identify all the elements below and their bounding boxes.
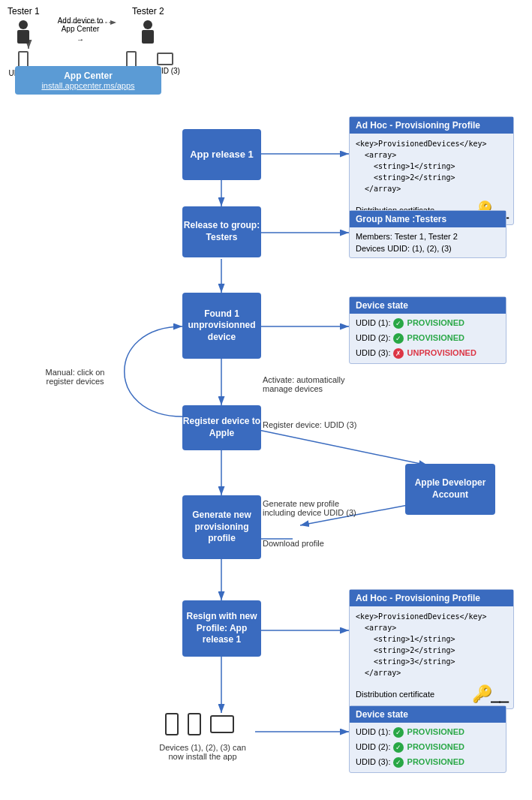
- generate-profile-label: Generate new profile including device UD…: [263, 499, 368, 517]
- pp2-header: Ad Hoc - Provisioning Profile: [350, 590, 513, 606]
- check-icon-4: ✓: [393, 742, 404, 753]
- ds2-body: UDID (1): ✓ PROVISIONED UDID (2): ✓ PROV…: [350, 723, 506, 772]
- device-state-1-panel: Device state UDID (1): ✓ PROVISIONED UDI…: [349, 296, 506, 364]
- pp1-code: <key>ProvisionedDevices</key> <array> <s…: [356, 138, 507, 194]
- app-center-url[interactable]: install.appcenter.ms/apps: [23, 81, 154, 90]
- person1-icon: [14, 20, 32, 48]
- check-icon-2: ✓: [393, 333, 404, 344]
- svg-rect-21: [142, 30, 154, 44]
- group-members: Members: Tester 1, Tester 2: [356, 232, 500, 241]
- bottom-phone2: [188, 713, 201, 735]
- activate-auto-label: Activate: automatically manage devices: [263, 375, 345, 393]
- download-profile-label: Download profile: [263, 539, 324, 548]
- ds2-udid3-row: UDID (3): ✓ PROVISIONED: [356, 757, 500, 768]
- app-center-button[interactable]: App Center install.appcenter.ms/apps: [15, 66, 161, 95]
- x-icon-1: ✗: [393, 348, 404, 359]
- pp2-body: <key>ProvisionedDevices</key> <array> <s…: [350, 606, 513, 708]
- resign-with-box: Resign with new Profile: App release 1: [182, 600, 261, 657]
- ds1-udid1-row: UDID (1): ✓ PROVISIONED: [356, 318, 500, 329]
- group-devices: Devices UDID: (1), (2), (3): [356, 244, 500, 253]
- provisioning-profile-1-panel: Ad Hoc - Provisioning Profile <key>Provi…: [349, 116, 514, 225]
- generate-profile-box: Generate new provisioning profile: [182, 495, 261, 559]
- ds2-udid1-row: UDID (1): ✓ PROVISIONED: [356, 727, 500, 738]
- key-icon-2: 🔑⎯⎯: [472, 684, 507, 704]
- apple-account-box: Apple Developer Account: [405, 464, 495, 515]
- person2-icon: [139, 20, 157, 48]
- group-body: Members: Tester 1, Tester 2 Devices UDID…: [350, 227, 506, 257]
- register-udid3-label: Register device: UDID (3): [263, 420, 356, 429]
- check-icon-3: ✓: [393, 727, 404, 738]
- device-state-2-panel: Device state UDID (1): ✓ PROVISIONED UDI…: [349, 705, 506, 773]
- ds2-header: Device state: [350, 706, 506, 723]
- tester1-label: Tester 1: [8, 6, 40, 17]
- release-to-group-box: Release to group: Testers: [182, 206, 261, 257]
- svg-rect-19: [17, 30, 29, 44]
- ds1-body: UDID (1): ✓ PROVISIONED UDID (2): ✓ PROV…: [350, 314, 506, 363]
- ds1-udid2-row: UDID (2): ✓ PROVISIONED: [356, 333, 500, 344]
- device-tablet2: [157, 53, 173, 65]
- check-icon-5: ✓: [393, 757, 404, 768]
- svg-point-18: [19, 20, 28, 29]
- group-panel: Group Name :Testers Members: Tester 1, T…: [349, 210, 506, 258]
- add-device-label: Add device to App Center →: [54, 17, 107, 44]
- ds1-udid3-row: UDID (3): ✗ UNPROVISIONED: [356, 348, 500, 359]
- svg-line-10: [255, 429, 428, 465]
- devices-install-label: Devices (1), (2), (3) can now install th…: [154, 743, 251, 761]
- pp2-cert: Distribution certificate 🔑⎯⎯: [356, 684, 507, 704]
- device-phone1: [18, 51, 29, 68]
- svg-point-20: [143, 20, 152, 29]
- pp1-header: Ad Hoc - Provisioning Profile: [350, 117, 513, 134]
- register-device-box: Register device to Apple: [182, 405, 261, 450]
- manual-click-label: Manual: click on register devices: [41, 368, 109, 386]
- bottom-tablet: [210, 715, 234, 733]
- bottom-devices: [165, 713, 234, 735]
- provisioning-profile-2-panel: Ad Hoc - Provisioning Profile <key>Provi…: [349, 589, 514, 709]
- ds2-udid2-row: UDID (2): ✓ PROVISIONED: [356, 742, 500, 753]
- found-unprovisioned-box: Found 1 unprovisionned device: [182, 293, 261, 359]
- ds1-header: Device state: [350, 297, 506, 314]
- diagram-container: Tester 1 UDID (1) Add device to App Cent…: [0, 0, 532, 800]
- bottom-phone1: [165, 713, 179, 735]
- device-phone2: [126, 51, 137, 68]
- group-header: Group Name :Testers: [350, 211, 506, 227]
- tester2-label: Tester 2: [132, 6, 164, 17]
- pp2-code: <key>ProvisionedDevices</key> <array> <s…: [356, 611, 507, 678]
- check-icon-1: ✓: [393, 318, 404, 329]
- app-release-box: App release 1: [182, 129, 261, 180]
- app-center-label: App Center: [23, 71, 154, 81]
